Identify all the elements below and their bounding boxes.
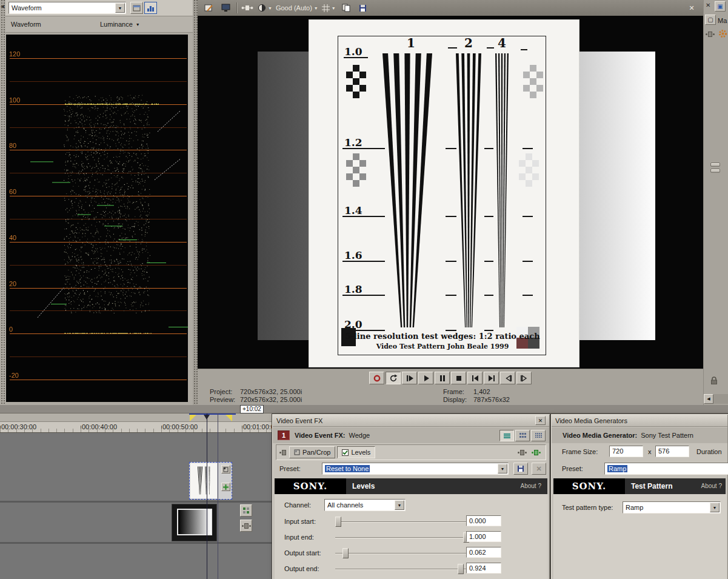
grid-dense-icon xyxy=(535,432,543,439)
opacity-slider-handle[interactable] xyxy=(710,162,720,173)
scope-type-select[interactable]: Waveform ▼ xyxy=(8,2,126,14)
scroll-left-button[interactable]: ◀ xyxy=(704,394,713,404)
frame-width-field[interactable]: 720 xyxy=(609,446,643,457)
gen-window-titlebar[interactable]: Video Media Generators xyxy=(552,415,727,427)
save-snapshot-button[interactable] xyxy=(356,2,370,14)
event-thumbnail xyxy=(190,463,217,498)
slider-handle[interactable] xyxy=(342,548,349,558)
ruler-timecode-label: 00:00:30:00 xyxy=(1,423,36,430)
record-button[interactable] xyxy=(369,372,384,384)
scope-scale-label: 40 xyxy=(9,234,16,241)
close-preview-button[interactable]: ✕ xyxy=(685,2,698,14)
plugin-chip-levels[interactable]: Levels xyxy=(337,446,375,458)
slider-handle[interactable] xyxy=(335,517,341,527)
selection-end-handle[interactable] xyxy=(225,415,232,421)
param-slider[interactable] xyxy=(333,547,473,560)
fx-window-titlebar[interactable]: Video Event FX ✕ xyxy=(273,415,549,427)
frame-height-field[interactable]: 576 xyxy=(655,446,689,457)
plugin-about-link[interactable]: About ? xyxy=(521,483,541,489)
chain-view-button-1[interactable] xyxy=(499,430,514,441)
previous-frame-button[interactable] xyxy=(500,372,515,384)
scope-scale-label: 80 xyxy=(9,142,16,149)
gen-preset-combobox[interactable]: Ramp xyxy=(604,463,728,475)
selection-start-handle[interactable] xyxy=(190,415,196,421)
gen-about-link[interactable]: About ? xyxy=(701,483,722,489)
generator-settings-button[interactable] xyxy=(718,29,727,39)
event-fx-plug-button[interactable] xyxy=(240,520,252,532)
copy-icon xyxy=(342,4,350,12)
param-value-field[interactable]: 0.000 xyxy=(466,515,501,526)
plug-out-icon[interactable] xyxy=(518,450,527,455)
gear-icon xyxy=(718,29,727,38)
scroll-track[interactable] xyxy=(713,394,728,404)
video-event-wedge[interactable] xyxy=(189,462,232,500)
panel-grip[interactable] xyxy=(0,0,5,405)
param-value-field[interactable]: 1.000 xyxy=(466,531,501,542)
floppy-icon xyxy=(517,465,524,472)
next-frame-button[interactable] xyxy=(516,372,532,384)
lock-button[interactable] xyxy=(710,376,718,386)
preview-quality-select[interactable]: Good (Auto) ▼ xyxy=(276,2,318,14)
plug-add-icon[interactable] xyxy=(532,450,541,455)
close-dock-button[interactable]: ✕ xyxy=(706,2,710,8)
edit-cursor-line[interactable] xyxy=(207,413,207,579)
chevron-down-icon: ▼ xyxy=(314,6,318,10)
scope-settings-button[interactable] xyxy=(130,2,143,14)
param-slider[interactable] xyxy=(333,516,473,528)
dock-window-button[interactable]: ▣ xyxy=(715,1,726,12)
gen-window-header: Video Media Generator: Sony Test Pattern xyxy=(552,427,727,443)
event-fx-button[interactable] xyxy=(221,483,230,491)
overlay-grid-button[interactable]: ▼ xyxy=(322,2,336,14)
param-value-field[interactable]: 0.924 xyxy=(466,563,501,574)
collapse-arrow-icon[interactable]: ◀ xyxy=(1,4,4,9)
application-window: ◀ Waveform ▼ Waveform Luminance ▼ xyxy=(0,0,728,579)
mask-label: Ma xyxy=(718,17,727,24)
slider-handle[interactable] xyxy=(458,564,464,574)
event-pan-crop-button[interactable] xyxy=(221,465,230,474)
video-output-fx-button[interactable] xyxy=(241,2,254,14)
copy-snapshot-button[interactable] xyxy=(339,2,353,14)
generated-media-button[interactable] xyxy=(240,504,252,517)
split-screen-view-button[interactable]: ▼ xyxy=(258,2,272,14)
pause-button[interactable] xyxy=(435,372,450,384)
preset-label: Preset: xyxy=(279,465,301,472)
scope-mode-select[interactable]: Luminance ▼ xyxy=(100,21,140,28)
media-event-ramp[interactable] xyxy=(172,504,217,541)
save-preset-button[interactable] xyxy=(513,463,528,475)
preset-combobox[interactable]: Reset to None ▼ xyxy=(322,463,509,475)
update-scope-button[interactable] xyxy=(144,2,157,14)
preview-quality-value: Good (Auto) xyxy=(276,4,312,12)
scope-type-value: Waveform xyxy=(12,4,42,12)
delete-preset-button[interactable]: ✕ xyxy=(532,463,546,475)
chain-view-button-3[interactable] xyxy=(531,430,546,441)
chevron-down-icon[interactable]: ▼ xyxy=(498,464,507,474)
close-window-button[interactable]: ✕ xyxy=(535,416,546,425)
go-to-end-button[interactable] xyxy=(484,372,499,384)
dock-hscrollbar[interactable]: ◀ xyxy=(704,394,728,404)
channel-combobox[interactable]: All channels ▼ xyxy=(324,499,406,511)
external-monitor-button[interactable] xyxy=(219,2,233,14)
mask-icon: ▢ xyxy=(707,16,713,23)
panel-grip[interactable] xyxy=(193,0,198,405)
param-slider[interactable] xyxy=(333,563,473,575)
stop-button[interactable] xyxy=(451,372,466,384)
chevron-down-icon[interactable]: ▼ xyxy=(115,3,125,13)
chain-view-button-2[interactable] xyxy=(515,430,530,441)
project-properties-button[interactable] xyxy=(202,2,216,14)
media-fx-icon[interactable] xyxy=(706,32,715,37)
plugin-brand: SONY. xyxy=(275,478,346,494)
preset-value: Reset to None xyxy=(325,465,370,472)
play-from-start-button[interactable] xyxy=(402,372,417,384)
param-value-field[interactable]: 0.062 xyxy=(466,547,501,558)
mask-panel-button[interactable]: ▢ xyxy=(705,15,716,25)
chevron-down-icon[interactable]: ▼ xyxy=(710,503,720,512)
play-button[interactable] xyxy=(418,372,433,384)
go-to-start-button[interactable] xyxy=(467,372,483,384)
pattern-type-combobox[interactable]: Ramp ▼ xyxy=(623,501,721,514)
plugin-chip-pancrop[interactable]: Pan/Crop xyxy=(289,446,335,458)
plugin-chip-label: Pan/Crop xyxy=(302,449,330,456)
param-slider[interactable] xyxy=(333,532,473,544)
chevron-down-icon[interactable]: ▼ xyxy=(395,500,404,510)
scope-mode-value: Luminance xyxy=(100,21,133,28)
loop-playback-button[interactable] xyxy=(386,372,401,384)
